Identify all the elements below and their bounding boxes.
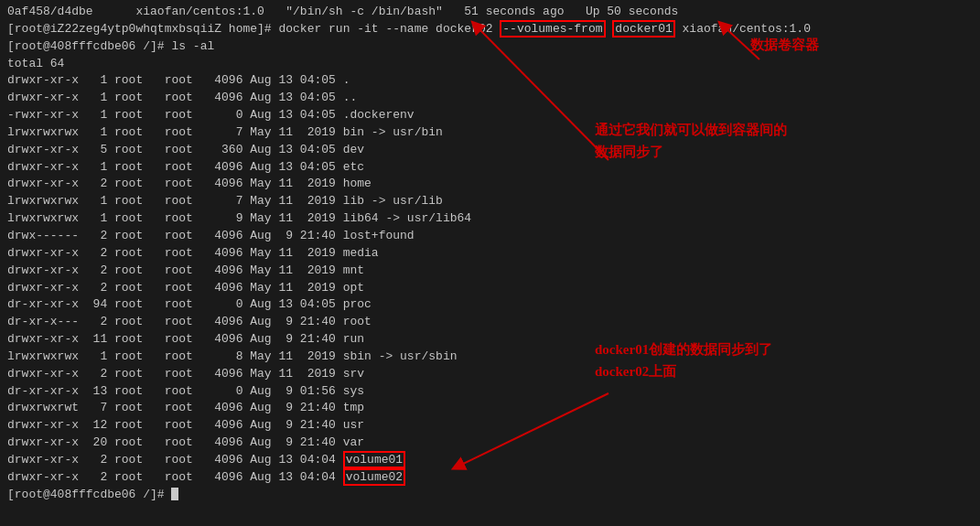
cursor bbox=[171, 488, 178, 500]
line-15: drwxr-xr-x 2 root root 4096 May 11 2019 … bbox=[7, 263, 973, 280]
line-14: drwxr-xr-x 2 root root 4096 May 11 2019 … bbox=[7, 245, 973, 263]
line-9: drwxr-xr-x 1 root root 4096 Aug 13 04:05… bbox=[7, 159, 973, 177]
line-27: drwxr-xr-x 2 root root 4096 Aug 13 04:04… bbox=[7, 469, 973, 487]
volume02-highlight: volume02 bbox=[343, 468, 405, 486]
line-0: 0af458/d4dbe xiaofan/centos:1.0 "/bin/sh… bbox=[7, 4, 973, 21]
terminal-content: 0af458/d4dbe xiaofan/centos:1.0 "/bin/sh… bbox=[7, 4, 973, 503]
line-1: [root@iZ22zeg4ytp0whqtmxbsqiiZ home]# do… bbox=[7, 21, 973, 38]
line-23: drwxrwxrwt 7 root root 4096 Aug 9 21:40 … bbox=[7, 400, 973, 417]
line-24: drwxr-xr-x 12 root root 4096 Aug 9 21:40… bbox=[7, 417, 973, 435]
line-13: drwx------ 2 root root 4096 Aug 9 21:40 … bbox=[7, 228, 973, 245]
docker01-highlight: docker01 bbox=[612, 20, 674, 38]
line-19: drwxr-xr-x 11 root root 4096 Aug 9 21:40… bbox=[7, 331, 973, 349]
line-21: drwxr-xr-x 2 root root 4096 May 11 2019 … bbox=[7, 366, 973, 383]
line-5: drwxr-xr-x 1 root root 4096 Aug 13 04:05… bbox=[7, 90, 973, 107]
line-12: lrwxrwxrwx 1 root root 9 May 11 2019 lib… bbox=[7, 210, 973, 228]
line-22: dr-xr-xr-x 13 root root 0 Aug 9 01:56 sy… bbox=[7, 383, 973, 401]
line-7: lrwxrwxrwx 1 root root 7 May 11 2019 bin… bbox=[7, 124, 973, 142]
line-6: -rwxr-xr-x 1 root root 0 Aug 13 04:05 .d… bbox=[7, 107, 973, 124]
line-17: dr-xr-xr-x 94 root root 0 Aug 13 04:05 p… bbox=[7, 296, 973, 314]
line-16: drwxr-xr-x 2 root root 4096 May 11 2019 … bbox=[7, 280, 973, 297]
line-3: total 64 bbox=[7, 56, 973, 73]
volume01-highlight: volume01 bbox=[343, 451, 405, 468]
line-18: dr-xr-x--- 2 root root 4096 Aug 9 21:40 … bbox=[7, 314, 973, 331]
volumes-from-highlight: --volumes-from bbox=[500, 20, 605, 38]
line-20: lrwxrwxrwx 1 root root 8 May 11 2019 sbi… bbox=[7, 349, 973, 366]
line-25: drwxr-xr-x 20 root root 4096 Aug 9 21:40… bbox=[7, 435, 973, 452]
line-11: lrwxrwxrwx 1 root root 7 May 11 2019 lib… bbox=[7, 193, 973, 210]
line-28: [root@408fffcdbe06 /]# bbox=[7, 487, 973, 504]
terminal-window: 0af458/d4dbe xiaofan/centos:1.0 "/bin/sh… bbox=[0, 0, 980, 526]
line-2: [root@408fffcdbe06 /]# ls -al bbox=[7, 38, 973, 56]
line-4: drwxr-xr-x 1 root root 4096 Aug 13 04:05… bbox=[7, 72, 973, 90]
line-8: drwxr-xr-x 5 root root 360 Aug 13 04:05 … bbox=[7, 142, 973, 159]
line-10: drwxr-xr-x 2 root root 4096 May 11 2019 … bbox=[7, 176, 973, 193]
line-26: drwxr-xr-x 2 root root 4096 Aug 13 04:04… bbox=[7, 452, 973, 469]
